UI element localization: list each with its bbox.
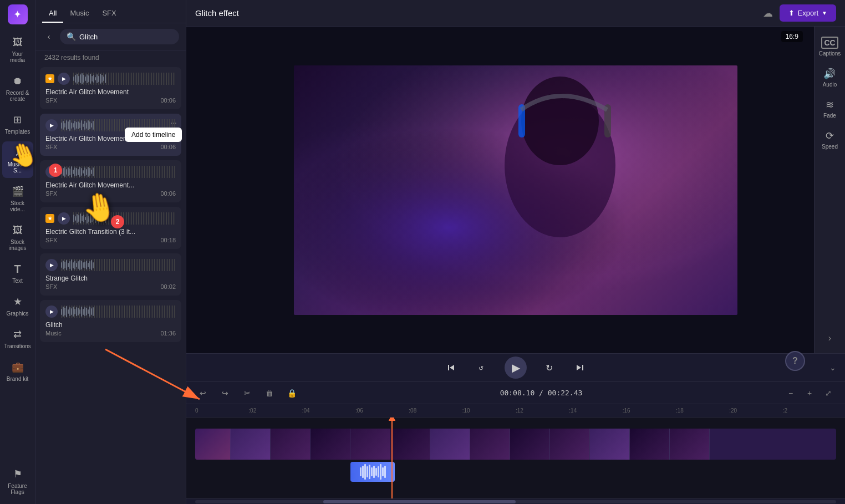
ruler-mark: :16	[623, 408, 676, 414]
search-panel: All Music SFX ‹ 🔍 2432 results found ★ ▶	[35, 0, 186, 504]
track-thumbnail-small	[430, 429, 470, 460]
collapse-panel-button[interactable]: ›	[826, 330, 833, 347]
ruler-marks: 0 :02 :04 :06 :08 :10 :12 :14 :16 :18 :2…	[195, 408, 836, 414]
ruler-mark: :20	[729, 408, 782, 414]
track-thumbnail-small	[231, 429, 271, 460]
result-title: Strange Glitch	[45, 274, 176, 282]
ruler-mark: 0	[195, 408, 248, 414]
result-meta: SFX 00:06	[45, 144, 176, 150]
result-title: Glitch	[45, 321, 176, 329]
templates-icon: ⊞	[11, 113, 24, 126]
play-button[interactable]: ▶	[45, 259, 58, 271]
timecode-display: 00:08.10 / 00:22.43	[306, 389, 776, 397]
timeline-scrollbar[interactable]	[186, 498, 845, 504]
cut-button[interactable]: ✂	[240, 385, 255, 401]
skip-to-end-button[interactable]	[571, 359, 589, 376]
sidebar-item-stock-images[interactable]: 🖼 Stock images	[2, 219, 33, 256]
play-button[interactable]: ▶	[45, 119, 58, 131]
tab-all[interactable]: All	[42, 4, 63, 23]
step-badge-1: 1	[49, 164, 62, 177]
fade-tool[interactable]: ≋ Fade	[821, 95, 838, 122]
audio-tool[interactable]: 🔊 Audio	[821, 64, 839, 91]
result-title: Electric Glitch Transition (3 it...	[45, 228, 176, 236]
forward-button[interactable]: ↻	[540, 359, 558, 376]
waveform	[61, 166, 176, 178]
help-button[interactable]: ?	[785, 351, 805, 371]
track-thumbnail-small	[470, 429, 510, 460]
ruler-mark: :10	[462, 408, 516, 414]
cloud-icon: ☁	[763, 7, 773, 19]
scrollbar-thumb[interactable]	[323, 500, 516, 503]
track-thumbnails-row	[231, 429, 836, 460]
delete-button[interactable]: 🗑	[262, 385, 277, 401]
tab-sfx[interactable]: SFX	[95, 4, 123, 23]
svg-point-3	[521, 77, 599, 165]
search-icon: 🔍	[67, 32, 76, 41]
result-item[interactable]: ··· ▶	[40, 114, 181, 156]
ruler-mark: :2	[783, 408, 836, 414]
track-thumbnail	[195, 429, 231, 460]
result-title: Electric Air Glitch Movement...	[45, 181, 176, 189]
search-bar-row: ‹ 🔍	[35, 23, 186, 50]
lock-button[interactable]: 🔒	[284, 385, 299, 401]
track-thumbnail-small	[510, 429, 550, 460]
your-media-icon: 🖼	[11, 35, 24, 49]
result-item[interactable]: ★ ▶ Elect	[40, 67, 181, 109]
play-pause-button[interactable]: ▶	[505, 357, 527, 379]
captions-tool[interactable]: CC Captions	[817, 33, 843, 60]
track-thumbnail-small	[350, 429, 390, 460]
zoom-in-button[interactable]: +	[802, 385, 817, 401]
fit-timeline-button[interactable]: ⤢	[821, 385, 836, 401]
rewind-button[interactable]: ↺	[474, 359, 491, 376]
sidebar-item-brand-kit[interactable]: 💼 Brand kit	[2, 356, 33, 386]
playhead[interactable]	[391, 418, 393, 498]
captions-icon: CC	[821, 37, 838, 49]
redo-button[interactable]: ↪	[217, 385, 233, 401]
main-area: Glitch effect ☁ ⬆ Export ▼	[186, 0, 845, 504]
result-title: Electric Air Glitch Movement	[45, 88, 176, 96]
preview-section: 16:9 CC Captions 🔊 Audio ≋ Fade ⟳ Speed …	[186, 27, 845, 353]
result-title: Electric Air Glitch Movement...	[45, 135, 176, 142]
graphics-icon: ★	[11, 295, 24, 308]
sfx-clip[interactable]	[350, 462, 395, 482]
stock-video-icon: 🎬	[11, 185, 24, 198]
preview-area: 16:9	[186, 27, 845, 353]
sidebar-item-graphics[interactable]: ★ Graphics	[2, 291, 33, 321]
sidebar-item-feature-flags[interactable]: ⚑ Feature Flags	[2, 463, 33, 500]
sidebar-item-templates[interactable]: ⊞ Templates	[2, 109, 33, 139]
ruler-mark: :06	[355, 408, 409, 414]
search-input[interactable]	[79, 33, 172, 41]
sidebar-item-record-create[interactable]: ⏺ Record & create	[2, 70, 33, 106]
sidebar-item-text[interactable]: T Text	[2, 258, 33, 288]
sidebar-item-your-media[interactable]: 🖼 Your media	[2, 31, 33, 68]
track-thumbnail-small	[390, 429, 430, 460]
result-meta: Music 01:36	[45, 330, 176, 337]
play-button[interactable]: ▶	[58, 73, 70, 85]
sidebar-item-stock-video[interactable]: 🎬 Stock vide...	[2, 180, 33, 217]
search-tabs: All Music SFX	[35, 0, 186, 23]
premium-badge: ★	[45, 74, 54, 83]
result-item[interactable]: ▶ Glitch	[40, 300, 181, 342]
waveform	[73, 73, 176, 85]
scrollbar-track	[195, 500, 836, 503]
tab-music[interactable]: Music	[63, 4, 95, 23]
track-thumbnail-small	[271, 429, 310, 460]
play-button[interactable]: ▶	[58, 212, 70, 225]
undo-button[interactable]: ↩	[195, 385, 211, 401]
result-item[interactable]: ▶ Strange Glitch	[40, 253, 181, 296]
sidebar-item-transitions[interactable]: ⇄ Transitions	[2, 323, 33, 354]
export-button[interactable]: ⬆ Export ▼	[780, 4, 836, 22]
video-track[interactable]	[195, 429, 836, 460]
text-icon: T	[11, 262, 24, 276]
speed-tool[interactable]: ⟳ Speed	[819, 126, 840, 153]
aspect-ratio-badge: 16:9	[781, 31, 803, 42]
collapse-timeline-button[interactable]: ⌄	[829, 363, 836, 372]
back-button[interactable]: ‹	[42, 30, 55, 43]
waveform	[61, 259, 176, 271]
top-bar: Glitch effect ☁ ⬆ Export ▼	[186, 0, 845, 27]
play-button[interactable]: ▶	[45, 306, 58, 318]
record-create-icon: ⏺	[11, 74, 24, 88]
zoom-out-button[interactable]: −	[783, 385, 798, 401]
skip-to-start-button[interactable]	[442, 359, 460, 376]
step-badge-2: 2	[111, 215, 124, 228]
